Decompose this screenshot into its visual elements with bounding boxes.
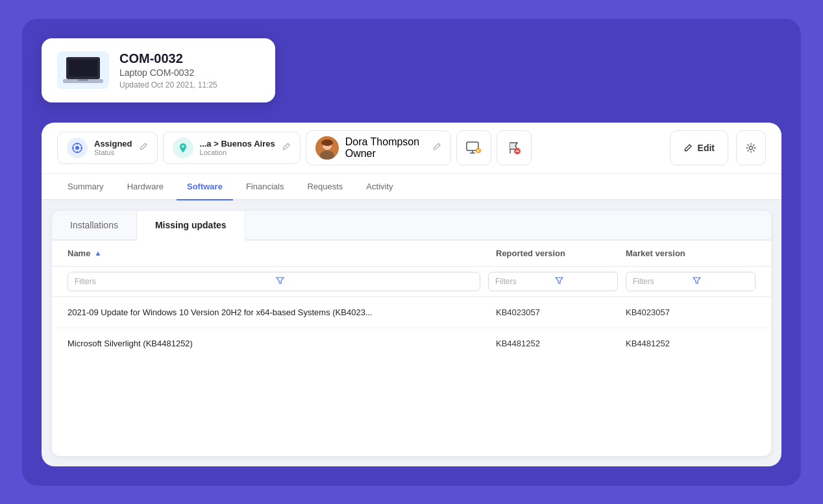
filter-market-input[interactable]: Filters bbox=[626, 272, 755, 291]
col-header-market: Market version bbox=[626, 248, 755, 258]
sub-tabs: Installations Missing updates bbox=[52, 211, 771, 241]
edit-button[interactable]: Edit bbox=[670, 130, 728, 165]
asset-name: Laptop COM-0032 bbox=[119, 67, 217, 78]
status-edit-icon bbox=[139, 142, 148, 153]
filter-reported-input[interactable]: Filters bbox=[488, 272, 618, 291]
filter-name-icon bbox=[276, 276, 473, 287]
sub-tab-installations[interactable]: Installations bbox=[52, 211, 137, 241]
status-bar: Assigned Status ...a > Buenos Aires Loca… bbox=[42, 123, 781, 174]
asset-info: COM-0032 Laptop COM-0032 Updated Oct 20 … bbox=[119, 51, 217, 90]
location-icon bbox=[173, 138, 193, 158]
tab-requests[interactable]: Requests bbox=[297, 174, 353, 200]
main-panel: Assigned Status ...a > Buenos Aires Loca… bbox=[42, 123, 781, 466]
tabs-bar: Summary Hardware Software Financials Req… bbox=[42, 174, 781, 200]
svg-rect-3 bbox=[78, 79, 88, 81]
flag-action-button[interactable] bbox=[497, 130, 532, 165]
location-edit-icon bbox=[282, 142, 291, 153]
owner-text: Dora Thompson Owner bbox=[345, 136, 419, 160]
asset-card: COM-0032 Laptop COM-0032 Updated Oct 20 … bbox=[42, 38, 275, 102]
asset-icon bbox=[57, 51, 109, 89]
settings-button[interactable] bbox=[736, 130, 766, 165]
table-wrapper: Name ▲ Reported version Market version F… bbox=[52, 241, 771, 359]
status-item-assigned[interactable]: Assigned Status bbox=[57, 132, 158, 164]
tab-hardware[interactable]: Hardware bbox=[117, 174, 174, 200]
screen-action-button[interactable] bbox=[456, 130, 491, 165]
asset-updated: Updated Oct 20 2021, 11:25 bbox=[119, 80, 217, 90]
table-header: Name ▲ Reported version Market version bbox=[52, 241, 771, 267]
app-background: COM-0032 Laptop COM-0032 Updated Oct 20 … bbox=[22, 19, 801, 486]
status-icon bbox=[67, 138, 88, 158]
row2-market: KB4481252 bbox=[626, 339, 755, 348]
row1-name: 2021-09 Update for Windows 10 Version 20… bbox=[68, 307, 496, 317]
row1-reported: KB4023057 bbox=[496, 307, 626, 317]
tab-activity[interactable]: Activity bbox=[356, 174, 403, 200]
sort-arrow-icon: ▲ bbox=[94, 249, 101, 257]
owner-item[interactable]: Dora Thompson Owner bbox=[306, 130, 451, 165]
row2-reported: KB4481252 bbox=[496, 339, 626, 348]
content-area: Installations Missing updates Name ▲ Rep… bbox=[52, 211, 771, 456]
owner-avatar bbox=[315, 136, 339, 160]
tab-software[interactable]: Software bbox=[177, 174, 233, 200]
filter-row: Filters Filters Filters bbox=[52, 267, 771, 297]
svg-point-5 bbox=[75, 146, 79, 150]
svg-point-13 bbox=[321, 139, 333, 146]
filter-name-input[interactable]: Filters bbox=[68, 272, 480, 291]
col-header-reported: Reported version bbox=[496, 248, 626, 258]
svg-rect-1 bbox=[69, 60, 97, 77]
tab-summary[interactable]: Summary bbox=[57, 174, 114, 200]
location-item[interactable]: ...a > Buenos Aires Location bbox=[163, 132, 301, 164]
col-header-name: Name ▲ bbox=[68, 248, 496, 258]
filter-market-icon bbox=[693, 276, 748, 287]
row2-name: Microsoft Silverlight (KB4481252) bbox=[68, 339, 496, 348]
location-text: ...a > Buenos Aires Location bbox=[200, 139, 275, 156]
owner-edit-icon bbox=[432, 142, 441, 154]
filter-reported-icon bbox=[555, 276, 611, 287]
status-text: Assigned Status bbox=[94, 139, 132, 156]
tab-financials[interactable]: Financials bbox=[236, 174, 295, 200]
table-row: 2021-09 Update for Windows 10 Version 20… bbox=[52, 297, 771, 328]
row1-market: KB4023057 bbox=[626, 307, 755, 317]
svg-point-20 bbox=[750, 146, 753, 149]
asset-id: COM-0032 bbox=[119, 51, 217, 66]
table-row: Microsoft Silverlight (KB4481252) KB4481… bbox=[52, 328, 771, 359]
sub-tab-missing-updates[interactable]: Missing updates bbox=[137, 211, 245, 241]
